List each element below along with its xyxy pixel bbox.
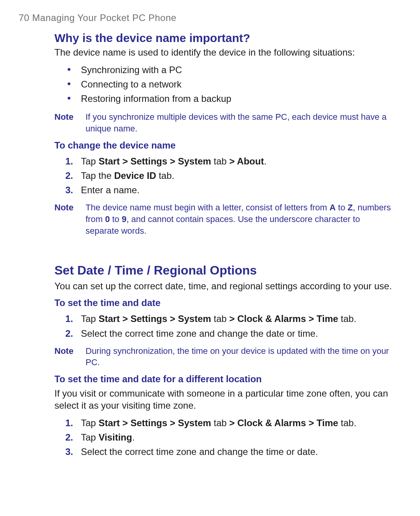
note-block-sync-time: Note During synchronization, the time on… bbox=[54, 345, 395, 368]
subheading-set-time-date-different-location: To set the time and date for a different… bbox=[54, 374, 395, 385]
step-text: tab. bbox=[338, 418, 357, 428]
ui-path: Visiting bbox=[98, 432, 132, 443]
step-text: tab. bbox=[156, 170, 174, 181]
running-head: 70 Managing Your Pocket PC Phone bbox=[19, 12, 395, 23]
step-text: Tap bbox=[81, 313, 98, 324]
paragraph-intro-2: You can set up the correct date, time, a… bbox=[54, 280, 395, 292]
note-label: Note bbox=[54, 111, 86, 123]
bullet-item: Connecting to a network bbox=[68, 77, 395, 91]
ui-path: > Clock & Alarms > Time bbox=[229, 313, 338, 324]
step-item: Tap Start > Settings > System tab > Abou… bbox=[65, 154, 395, 168]
note-fragment: , and cannot contain spaces. Use the und… bbox=[86, 214, 360, 236]
note-bold: Z bbox=[348, 203, 353, 212]
step-text: tab. bbox=[338, 313, 357, 324]
ui-path: Device ID bbox=[114, 170, 156, 181]
ui-path: > About bbox=[229, 156, 264, 166]
note-bold: 0 bbox=[105, 214, 110, 224]
subheading-change-device-name: To change the device name bbox=[54, 140, 395, 151]
step-item: Tap Visiting. bbox=[65, 430, 395, 444]
note-bold: 9 bbox=[122, 214, 126, 224]
step-item: Enter a name. bbox=[65, 183, 395, 197]
page-content: Why is the device name important? The de… bbox=[54, 31, 395, 459]
step-text: tab bbox=[211, 313, 229, 324]
note-block-unique-name: Note If you synchronize multiple devices… bbox=[54, 111, 395, 134]
note-block-name-rules: Note The device name must begin with a l… bbox=[54, 202, 395, 236]
note-fragment: to bbox=[110, 214, 122, 224]
ui-path: Start > Settings > System bbox=[98, 418, 211, 428]
step-text: Tap bbox=[81, 156, 98, 166]
step-text: Tap bbox=[81, 418, 98, 428]
step-text: Tap the bbox=[81, 170, 114, 181]
note-text: If you synchronize multiple devices with… bbox=[86, 111, 395, 134]
bullet-item: Restoring information from a backup bbox=[68, 91, 395, 106]
heading-set-date-time-regional: Set Date / Time / Regional Options bbox=[54, 263, 395, 278]
heading-device-name-important: Why is the device name important? bbox=[54, 31, 395, 45]
step-item: Tap Start > Settings > System tab > Cloc… bbox=[65, 416, 395, 430]
paragraph-intro-1: The device name is used to identify the … bbox=[54, 47, 395, 59]
note-label: Note bbox=[54, 345, 86, 357]
steps-change-device-name: Tap Start > Settings > System tab > Abou… bbox=[65, 154, 395, 198]
step-text: tab bbox=[211, 418, 229, 428]
step-text: tab bbox=[211, 156, 229, 166]
note-fragment: The device name must begin with a letter… bbox=[86, 203, 329, 212]
step-text: Tap bbox=[81, 432, 98, 443]
step-item: Tap Start > Settings > System tab > Cloc… bbox=[65, 311, 395, 326]
note-label: Note bbox=[54, 202, 86, 213]
steps-set-time-date: Tap Start > Settings > System tab > Cloc… bbox=[65, 311, 395, 340]
step-item: Select the correct time zone and change … bbox=[65, 444, 395, 459]
page: 70 Managing Your Pocket PC Phone Why is … bbox=[0, 0, 420, 516]
paragraph-visiting-intro: If you visit or communicate with someone… bbox=[54, 388, 395, 411]
ui-path: Start > Settings > System bbox=[98, 156, 211, 166]
note-text: The device name must begin with a letter… bbox=[86, 202, 395, 236]
step-item: Tap the Device ID tab. bbox=[65, 168, 395, 183]
bullet-item: Synchronizing with a PC bbox=[68, 63, 395, 77]
note-fragment: to bbox=[336, 203, 348, 212]
subheading-set-time-date: To set the time and date bbox=[54, 297, 395, 308]
bullet-list-situations: Synchronizing with a PC Connecting to a … bbox=[68, 63, 395, 106]
steps-set-time-date-different: Tap Start > Settings > System tab > Cloc… bbox=[65, 416, 395, 459]
step-item: Select the correct time zone and change … bbox=[65, 326, 395, 341]
ui-path: Start > Settings > System bbox=[98, 313, 211, 324]
ui-path: > Clock & Alarms > Time bbox=[229, 418, 338, 428]
step-text: . bbox=[264, 156, 267, 166]
note-bold: A bbox=[329, 203, 336, 212]
note-text: During synchronization, the time on your… bbox=[86, 345, 395, 368]
step-text: . bbox=[132, 432, 135, 443]
